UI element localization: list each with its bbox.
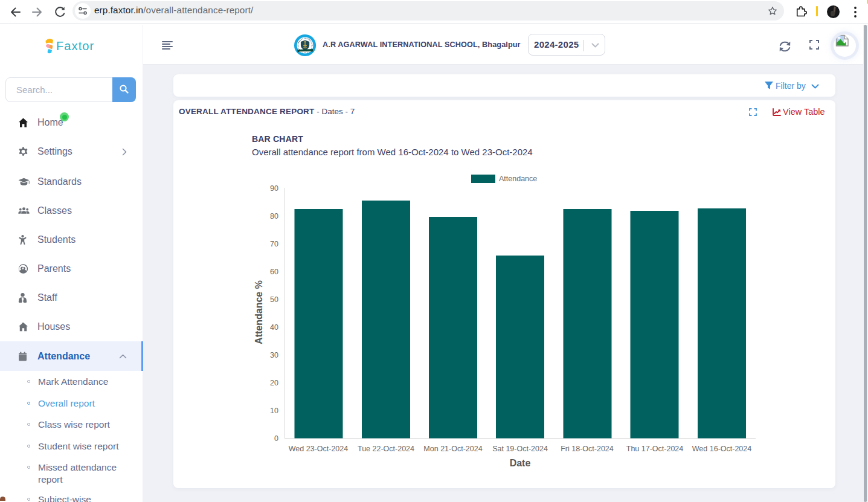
svg-text:Faxtor: Faxtor: [56, 39, 94, 53]
